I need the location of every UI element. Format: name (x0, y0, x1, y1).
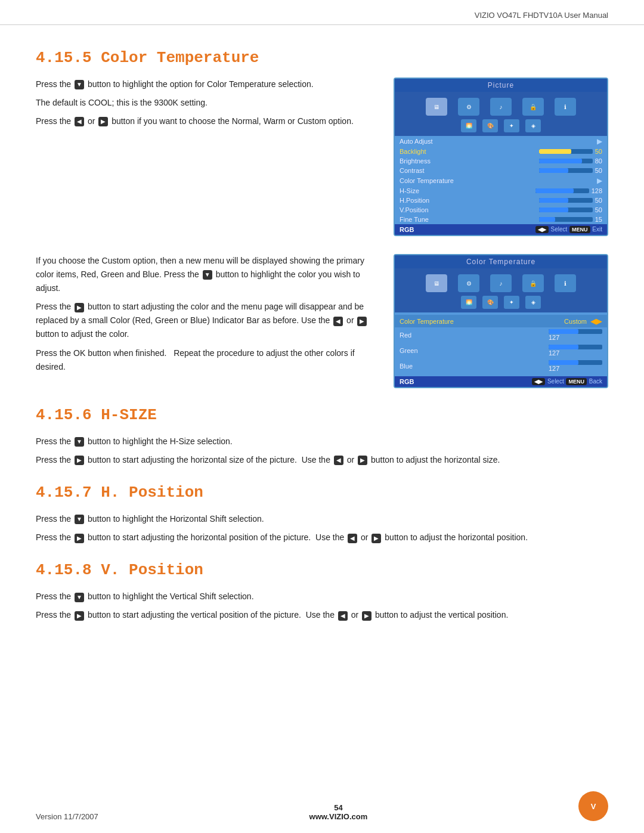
footer-rgb-label: RGB (400, 226, 414, 233)
ct-menu-footer: RGB ◀▶ Select MENU Back (395, 376, 607, 387)
ct-header-row: Color Temperature Custom ◀▶ (395, 315, 607, 327)
menu-row-contrast: Contrast 50 (395, 166, 607, 175)
contrast-value: 50 (595, 167, 602, 174)
red-bar (549, 329, 602, 334)
green-value: 127 (549, 349, 559, 357)
menu-label-backlight: Backlight (400, 148, 426, 155)
picture-menu-title: Picture (395, 79, 607, 92)
red-bar-container: 127 (549, 329, 602, 341)
backlight-bar-fill (539, 149, 571, 154)
ct-nav-btn-lr: ◀▶ (532, 378, 545, 385)
nav-btn-lr: ◀▶ (535, 226, 549, 233)
menu-row-finetune: Fine Tune 15 (395, 215, 607, 224)
section-4157-p1: Press the ▼ button to highlight the Hori… (36, 512, 608, 526)
ct-sub-icon-2: 🎨 (482, 296, 498, 309)
blue-bar-fill (549, 360, 578, 365)
right-arrow-4157: ▶ (75, 534, 84, 543)
left-arrow-4157: ◀ (348, 534, 357, 543)
contrast-bar-container: 50 (539, 167, 602, 174)
para-1: Press the ▼ button to highlight the opti… (36, 78, 376, 91)
page-header: VIZIO VO47L FHDTV10A User Manual (0, 0, 644, 25)
footer-website: www.VIZIO.com (309, 812, 368, 821)
vpos-bar-fill (539, 208, 569, 212)
picture-menu-items: Auto Adjust ▶ Backlight 50 (395, 136, 607, 224)
right-arrow-4158: ▶ (75, 611, 84, 621)
hpos-value: 50 (595, 197, 602, 204)
section-4155-text-bottom: If you choose the Custom option, then a … (36, 254, 376, 388)
menu-arrow-auto: ▶ (597, 137, 602, 145)
menu-icon-monitor: 🖥 (426, 98, 447, 116)
ct-header-label: Color Temperature (400, 318, 454, 325)
right-arrow-icon-3: ▶ (357, 317, 367, 326)
color-temp-menu-title: Color Temperature (395, 255, 607, 268)
color-temp-menu: Color Temperature 🖥 ⚙ ♪ 🔒 ℹ 🌅 🎨 ✦ ◈ (394, 254, 608, 388)
section-4158-title: 4.15.8 V. Position (36, 561, 608, 579)
finetune-bar-container: 15 (539, 216, 602, 223)
footer-version: Version 11/7/2007 (36, 812, 98, 821)
sub-icon-2: 🎨 (482, 119, 498, 132)
section-4157: 4.15.7 H. Position Press the ▼ button to… (36, 484, 608, 544)
para-3: Press the ◀ or ▶ button if you want to c… (36, 114, 376, 128)
right-arrow-4156b: ▶ (358, 456, 367, 465)
menu-row-auto-adjust: Auto Adjust ▶ (395, 136, 607, 147)
menu-row-hsize: H-Size 128 (395, 186, 607, 196)
sub-icon-3: ✦ (504, 119, 519, 132)
picture-menu-footer: RGB ◀▶ Select MENU Exit (395, 224, 607, 235)
menu-label-vpos: V.Position (400, 206, 429, 213)
section-4157-title: 4.15.7 H. Position (36, 484, 608, 501)
ct-icon-monitor: 🖥 (426, 274, 447, 292)
section-4155-title: 4.15.5 Color Temperature (36, 49, 608, 67)
ct-label-green: Green (400, 347, 418, 354)
ct-menu-icons-sub: 🌅 🎨 ✦ ◈ (395, 296, 607, 312)
ct-footer-rgb: RGB (400, 378, 414, 385)
brightness-bar (539, 159, 593, 163)
para-2: The default is COOL; this is the 9300K s… (36, 96, 376, 110)
vpos-bar-container: 50 (539, 206, 602, 213)
menu-label-brightness: Brightness (400, 157, 431, 165)
menu-label-hsize: H-Size (400, 187, 419, 194)
section-4157-p2: Press the ▶ button to start adjusting th… (36, 531, 608, 544)
ct-nav-btn-menu: MENU (566, 378, 587, 385)
footer-nav-hint: ◀▶ Select MENU Exit (535, 226, 602, 233)
ct-menu-items: Color Temperature Custom ◀▶ Red (395, 312, 607, 376)
menu-label-auto-adjust: Auto Adjust (400, 138, 433, 145)
menu-row-vpos: V.Position 50 (395, 205, 607, 215)
ct-icon-info: ℹ (555, 274, 576, 292)
finetune-bar (539, 217, 593, 222)
hpos-bar-fill (539, 198, 569, 203)
section-4156-p2: Press the ▶ button to start adjusting th… (36, 453, 608, 467)
ct-icon-audio: ♪ (490, 274, 512, 292)
page-footer: Version 11/7/2007 54 www.VIZIO.com V (0, 791, 644, 821)
menu-icon-audio: ♪ (490, 98, 512, 116)
sub-icon-1: 🌅 (461, 119, 476, 132)
section-4155-top: Press the ▼ button to highlight the opti… (36, 78, 608, 236)
ct-icon-settings: ⚙ (458, 274, 479, 292)
section-4158-p2: Press the ▶ button to start adjusting th… (36, 608, 608, 622)
para-6: Press the OK button when finished. Repea… (36, 346, 376, 374)
ct-header-arrows: ◀▶ (590, 317, 602, 326)
page-body: 4.15.5 Color Temperature Press the ▼ but… (0, 25, 644, 664)
contrast-bar (539, 168, 593, 173)
menu-label-hpos: H.Position (400, 197, 429, 204)
ct-row-blue: Blue 127 (395, 358, 607, 374)
hsize-bar-fill (535, 188, 574, 193)
left-arrow-icon-2: ◀ (333, 317, 343, 326)
picture-menu-icons-sub: 🌅 🎨 ✦ ◈ (395, 119, 607, 136)
finetune-value: 15 (595, 216, 602, 223)
footer-page-num: 54 (309, 803, 368, 812)
ct-row-green: Green 127 (395, 343, 607, 358)
red-bar-fill (549, 329, 578, 334)
vpos-bar (539, 208, 593, 212)
blue-bar (549, 360, 602, 365)
contrast-bar-fill (539, 168, 569, 173)
hsize-bar-container: 128 (535, 187, 602, 194)
right-arrow-4157b: ▶ (371, 534, 381, 543)
section-4155-text-top: Press the ▼ button to highlight the opti… (36, 78, 376, 236)
menu-label-finetune: Fine Tune (400, 216, 429, 223)
green-bar-container: 127 (549, 345, 602, 357)
right-arrow-icon-2: ▶ (75, 303, 84, 312)
footer-logo-container: V (578, 791, 608, 821)
hsize-bar (535, 188, 589, 193)
section-4156-p1: Press the ▼ button to highlight the H-Si… (36, 435, 608, 448)
ct-icon-lock: 🔒 (522, 274, 544, 292)
